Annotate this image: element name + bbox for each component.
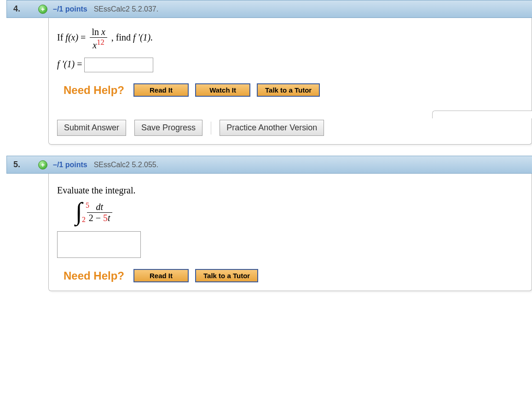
integrand-fraction: dt 2 − 5t bbox=[87, 202, 112, 223]
separator bbox=[211, 122, 211, 134]
read-it-button[interactable]: Read It bbox=[133, 269, 189, 282]
question-header[interactable]: 4. + –/1 points SEssCalc2 5.2.037. bbox=[6, 0, 532, 18]
problem-id: SEssCalc2 5.2.037. bbox=[94, 5, 159, 13]
answer-input[interactable] bbox=[57, 231, 141, 258]
submit-answer-button[interactable]: Submit Answer bbox=[57, 120, 126, 136]
need-help-label: Need Help? bbox=[64, 84, 124, 97]
need-help-label: Need Help? bbox=[64, 269, 124, 282]
need-help-row: Need Help? Read It Talk to a Tutor bbox=[57, 269, 523, 282]
question-5: 5. + –/1 points SEssCalc2 5.2.055. Evalu… bbox=[0, 156, 532, 291]
answer-input[interactable] bbox=[84, 58, 153, 72]
save-progress-button[interactable]: Save Progress bbox=[134, 120, 202, 136]
problem-statement: If f(x) = ln x x12 , find f '(1). f '(1)… bbox=[57, 27, 523, 72]
points-label: –/1 points bbox=[53, 161, 87, 169]
question-number: 4. bbox=[13, 4, 35, 14]
talk-to-tutor-button[interactable]: Talk to a Tutor bbox=[195, 269, 258, 282]
need-help-row: Need Help? Read It Watch It Talk to a Tu… bbox=[57, 83, 523, 97]
problem-statement: Evaluate the integral. ∫ 5 2 dt 2 − 5t bbox=[57, 183, 523, 224]
read-it-button[interactable]: Read It bbox=[133, 83, 189, 97]
question-content: Evaluate the integral. ∫ 5 2 dt 2 − 5t N… bbox=[48, 174, 532, 291]
question-4: 4. + –/1 points SEssCalc2 5.2.037. If f(… bbox=[0, 0, 532, 145]
question-number: 5. bbox=[13, 160, 35, 169]
integral-sign: ∫ 5 2 bbox=[75, 201, 82, 224]
points-label: –/1 points bbox=[53, 5, 87, 13]
talk-to-tutor-button[interactable]: Talk to a Tutor bbox=[257, 83, 320, 97]
problem-id: SEssCalc2 5.2.055. bbox=[94, 161, 159, 169]
watch-it-button[interactable]: Watch It bbox=[195, 83, 250, 97]
practice-another-button[interactable]: Practice Another Version bbox=[220, 120, 324, 136]
question-header[interactable]: 5. + –/1 points SEssCalc2 5.2.055. bbox=[6, 156, 532, 174]
expand-icon[interactable]: + bbox=[38, 160, 47, 169]
tab-notch bbox=[432, 111, 532, 118]
fraction: ln x x12 bbox=[90, 27, 107, 50]
question-content: If f(x) = ln x x12 , find f '(1). f '(1)… bbox=[48, 18, 532, 145]
expand-icon[interactable]: + bbox=[38, 5, 47, 14]
